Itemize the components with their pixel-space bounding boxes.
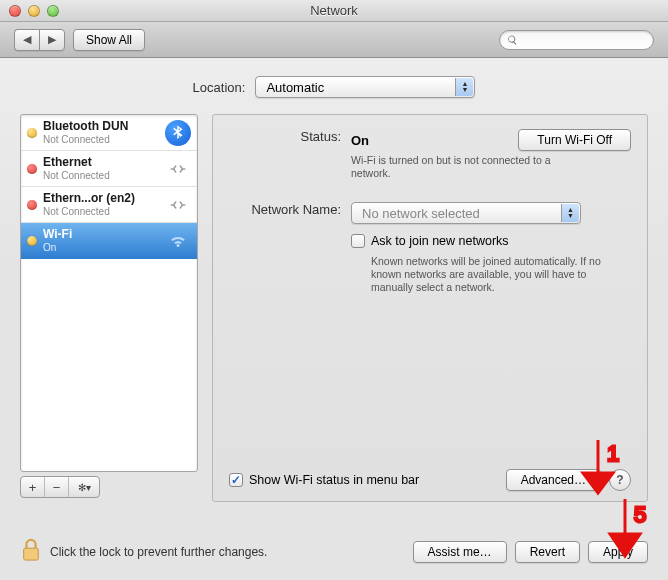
status-value-wrap: On Turn Wi-Fi Off Wi-Fi is turned on but… — [351, 129, 631, 180]
network-name-popup[interactable]: No network selected ▲▼ — [351, 202, 581, 224]
sidebar-item-name: Wi-Fi — [43, 227, 159, 241]
svg-rect-0 — [24, 548, 39, 560]
bluetooth-icon — [165, 120, 191, 146]
network-name-row: Network Name: No network selected ▲▼ — [231, 202, 631, 224]
gear-icon: ✻▾ — [78, 482, 91, 493]
bottom-buttons: Assist me… Revert Apply — [413, 541, 648, 563]
ask-join-checkbox[interactable]: Ask to join new networks — [351, 234, 509, 248]
checkbox-icon — [351, 234, 365, 248]
advanced-label: Advanced… — [521, 473, 586, 487]
ask-join-row: Ask to join new networks Known networks … — [231, 234, 631, 294]
status-value: On — [351, 133, 369, 148]
sidebar-item-wifi[interactable]: Wi-Fi On — [21, 223, 197, 259]
location-popup[interactable]: Automatic ▲▼ — [255, 76, 475, 98]
sidebar-item-status: On — [43, 241, 159, 255]
location-value: Automatic — [266, 80, 324, 95]
status-dot-icon — [27, 200, 37, 210]
turn-wifi-off-label: Turn Wi-Fi Off — [537, 133, 612, 147]
remove-interface-button[interactable]: − — [45, 477, 69, 497]
show-all-label: Show All — [86, 33, 132, 47]
plus-icon: + — [29, 480, 37, 495]
network-name-value: No network selected — [362, 206, 480, 221]
sidebar-item-status: Not Connected — [43, 205, 159, 219]
minus-icon: − — [53, 480, 61, 495]
search-input[interactable] — [518, 33, 646, 47]
nav-segment: ◀ ▶ — [14, 29, 65, 51]
add-interface-button[interactable]: + — [21, 477, 45, 497]
sidebar-item-status: Not Connected — [43, 169, 159, 183]
lock-text: Click the lock to prevent further change… — [50, 545, 267, 559]
ask-join-wrap: Ask to join new networks Known networks … — [351, 234, 631, 294]
search-icon — [507, 34, 518, 46]
revert-label: Revert — [530, 545, 565, 559]
sidebar-item-text: Bluetooth DUN Not Connected — [43, 119, 159, 147]
apply-button[interactable]: Apply — [588, 541, 648, 563]
ethernet-icon — [165, 192, 191, 218]
show-all-button[interactable]: Show All — [73, 29, 145, 51]
back-button[interactable]: ◀ — [14, 29, 39, 51]
revert-button[interactable]: Revert — [515, 541, 580, 563]
status-help: Wi-Fi is turned on but is not connected … — [351, 154, 581, 180]
wifi-icon — [165, 228, 191, 254]
detail-bottom-row: ✓ Show Wi-Fi status in menu bar Advanced… — [229, 469, 631, 491]
network-name-label: Network Name: — [231, 202, 351, 217]
chevron-updown-icon: ▲▼ — [561, 204, 579, 222]
chevron-updown-icon: ▲▼ — [455, 78, 473, 96]
sidebar-controls: + − ✻▾ — [20, 476, 100, 498]
lock-row: Click the lock to prevent further change… — [20, 537, 267, 566]
sidebar-item-ethernet[interactable]: Ethernet Not Connected — [21, 151, 197, 187]
show-menubar-checkbox[interactable]: ✓ Show Wi-Fi status in menu bar — [229, 473, 419, 487]
toolbar: ◀ ▶ Show All — [0, 22, 668, 58]
sidebar-wrap: Bluetooth DUN Not Connected Ethernet Not… — [20, 114, 198, 502]
assist-me-button[interactable]: Assist me… — [413, 541, 507, 563]
network-name-value-wrap: No network selected ▲▼ — [351, 202, 631, 224]
location-label: Location: — [193, 80, 246, 95]
interface-list: Bluetooth DUN Not Connected Ethernet Not… — [20, 114, 198, 472]
sidebar-item-text: Ethern...or (en2) Not Connected — [43, 191, 159, 219]
help-button[interactable]: ? — [609, 469, 631, 491]
location-row: Location: Automatic ▲▼ — [20, 76, 648, 98]
titlebar: Network — [0, 0, 668, 22]
window-title: Network — [0, 3, 668, 18]
turn-wifi-off-button[interactable]: Turn Wi-Fi Off — [518, 129, 631, 151]
sidebar-item-name: Ethern...or (en2) — [43, 191, 159, 205]
status-dot-icon — [27, 236, 37, 246]
sidebar-item-name: Ethernet — [43, 155, 159, 169]
action-menu-button[interactable]: ✻▾ — [69, 477, 99, 497]
detail-pane: Status: On Turn Wi-Fi Off Wi-Fi is turne… — [212, 114, 648, 502]
search-field[interactable] — [499, 30, 654, 50]
apply-label: Apply — [603, 545, 633, 559]
status-dot-icon — [27, 164, 37, 174]
main-split: Bluetooth DUN Not Connected Ethernet Not… — [20, 114, 648, 502]
show-menubar-label: Show Wi-Fi status in menu bar — [249, 473, 419, 487]
forward-button[interactable]: ▶ — [39, 29, 65, 51]
svg-text:5: 5 — [634, 502, 646, 527]
forward-icon: ▶ — [48, 33, 56, 46]
status-label: Status: — [231, 129, 351, 144]
sidebar-item-text: Wi-Fi On — [43, 227, 159, 255]
sidebar-item-bluetooth[interactable]: Bluetooth DUN Not Connected — [21, 115, 197, 151]
help-icon: ? — [616, 473, 623, 487]
sidebar-item-status: Not Connected — [43, 133, 159, 147]
assist-me-label: Assist me… — [428, 545, 492, 559]
status-dot-icon — [27, 128, 37, 138]
ask-join-label: Ask to join new networks — [371, 234, 509, 248]
status-row: Status: On Turn Wi-Fi Off Wi-Fi is turne… — [231, 129, 631, 180]
lock-icon[interactable] — [20, 537, 42, 566]
sidebar-item-text: Ethernet Not Connected — [43, 155, 159, 183]
content-area: Location: Automatic ▲▼ Bluetooth DUN Not… — [0, 58, 668, 580]
ethernet-icon — [165, 156, 191, 182]
ask-join-help: Known networks will be joined automatica… — [371, 255, 601, 294]
sidebar-item-name: Bluetooth DUN — [43, 119, 159, 133]
checkbox-icon: ✓ — [229, 473, 243, 487]
bottom-bar: Click the lock to prevent further change… — [20, 537, 648, 566]
advanced-button[interactable]: Advanced… — [506, 469, 601, 491]
sidebar-item-ethernet-en2[interactable]: Ethern...or (en2) Not Connected — [21, 187, 197, 223]
back-icon: ◀ — [23, 33, 31, 46]
